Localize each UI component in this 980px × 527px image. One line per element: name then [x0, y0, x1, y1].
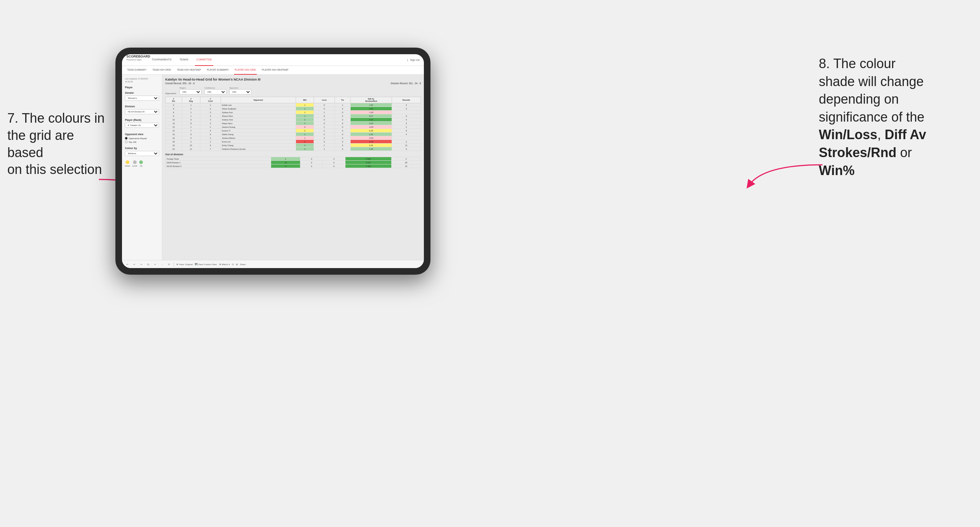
table-row: 311 Esther Lee 1 0 1 1.50 4 — [165, 103, 421, 107]
right-content: Katelyn Vo Head-to-Head Grid for Women's… — [162, 75, 424, 260]
sub-nav-team-h2h-heatmap[interactable]: TEAM H2H HEATMAP — [176, 66, 202, 75]
colour-by-label: Colour by — [125, 147, 159, 149]
opponent-select[interactable]: (All) — [229, 89, 251, 94]
table-row: 20117 Federica Domecq Lacroze 2 1 0 1.33… — [165, 147, 421, 151]
nav-right: | Sign out — [407, 59, 420, 61]
filters-row: Opponents: Region (All) Conference (All) — [165, 87, 421, 94]
table-row: 1311 Jessica Huang 0 1 0 -3.00 2 — [165, 125, 421, 129]
table-row: 1063 Andrea York 2 0 0 4.00 4 — [165, 118, 421, 122]
grid-button[interactable]: ⊡ — [146, 262, 151, 266]
redo-button[interactable]: ↪ — [139, 262, 143, 266]
sub-nav-player-summary[interactable]: PLAYER SUMMARY — [206, 66, 230, 75]
conference-select[interactable]: (All) — [204, 89, 226, 94]
legend-up-circle — [139, 160, 143, 164]
player-rank-label: Player (Rank) — [125, 119, 159, 121]
tablet-device: SCOREBOARD Powered by clippd TOURNAMENTS… — [115, 48, 431, 275]
legend-down-circle — [126, 160, 129, 164]
right-arrow-svg — [742, 161, 822, 190]
save-custom-view-button[interactable]: 💾 Save Custom View — [195, 263, 217, 265]
table-row: 522 Alexis Sudjianto 1 0 0 4.00 3 — [165, 107, 421, 111]
export-button[interactable]: ⊡ — [232, 263, 234, 265]
record-row: Overall Record: 353 - 34 - 6 Division Re… — [165, 82, 421, 84]
top100-radio-dot — [125, 141, 127, 143]
legend-level: Level — [132, 160, 137, 167]
col-diff: Diff AvStrokes/Rnd — [350, 97, 391, 103]
share-button[interactable]: Share — [240, 264, 246, 265]
col-win: Win — [296, 97, 314, 103]
table-row: 1585 Stella Cheng 1 0 0 1.25 4 — [165, 133, 421, 136]
table-row: 1822 Euna Lee 0 3 0 -5.00 2 — [165, 140, 421, 144]
cut-button[interactable]: ✂ — [153, 262, 158, 266]
watch-button[interactable]: 👁 Watch ▾ — [219, 263, 230, 265]
table-row: 1474 Eunice Yi 2 2 0 0.38 9 — [165, 129, 421, 133]
opponent-view-label: Opponent view — [125, 133, 159, 135]
table-row: 19106 Emily Chang 4 1 0 0.30 11 — [165, 144, 421, 147]
legend-down: Down — [125, 160, 130, 167]
share-grid-button[interactable]: ⊞ — [236, 263, 238, 265]
col-loss: Loss — [314, 97, 335, 103]
toolbar-divider — [173, 262, 174, 267]
nav-bar: SCOREBOARD Powered by clippd TOURNAMENTS… — [122, 54, 424, 66]
opponent-filter: Opponent (All) — [229, 87, 251, 94]
annotation-right: 8. The colour shade will change dependin… — [819, 55, 973, 179]
view-original-button[interactable]: 👁 View: Original — [176, 264, 193, 265]
col-conf: #Conf — [200, 97, 221, 103]
sub-nav-team-h2h-grid[interactable]: TEAM H2H GRID — [152, 66, 172, 75]
undo-button[interactable]: ↩ — [125, 262, 130, 266]
table-row: 1382 Heejo Hyun 1 0 0 3.33 3 — [165, 122, 421, 125]
colour-section: Colour by Win/loss — [125, 147, 159, 157]
nav-teams[interactable]: TEAMS — [178, 54, 190, 66]
bottom-toolbar: ↩ ↩ ↪ ⊡ ✂ ··· ⟳ 👁 View: Original 💾 Save … — [122, 260, 424, 268]
legend-up: Up — [139, 160, 143, 167]
gender-select[interactable]: Women's — [125, 95, 159, 101]
division-label: Division — [125, 105, 159, 108]
undo2-button[interactable]: ↩ — [132, 262, 137, 266]
nav-items: TOURNAMENTS TEAMS COMMITTEE — [150, 54, 407, 66]
refresh-button[interactable]: ⟳ — [167, 262, 172, 266]
table-row: NAIA Division 1 15 0 0 9.267 30 — [165, 161, 421, 164]
last-updated: Last Updated: 27/03/2024 16:55:38 — [125, 78, 159, 83]
opponent-view-section: Opponent view Opponents Played Top 100 — [125, 133, 159, 143]
legend-level-circle — [133, 160, 137, 164]
left-panel: Last Updated: 27/03/2024 16:55:38 Player… — [122, 75, 162, 260]
annotation-left: 7. The colours in the grid are based on … — [7, 110, 110, 178]
nav-committee[interactable]: COMMITTEE — [195, 54, 213, 66]
col-div: #Div — [165, 97, 182, 103]
colour-by-select[interactable]: Win/loss — [125, 151, 159, 156]
top100-radio[interactable]: Top 100 — [125, 141, 159, 143]
table-row: 613 Sydney Kuo 1 1 0 -1.00 — [165, 111, 421, 114]
player-rank-select[interactable]: 8. Katelyn Vo — [125, 123, 159, 128]
col-tie: Tie — [335, 97, 351, 103]
sign-out-link[interactable]: Sign out — [410, 59, 420, 61]
table-row: Foreign Team 1 0 0 4.500 2 — [165, 157, 421, 161]
out-of-division-table: Foreign Team 1 0 0 4.500 2 NAIA Division… — [165, 157, 421, 168]
table-row: NCAA Division 2 5 0 0 7.400 10 — [165, 164, 421, 168]
more-button[interactable]: ··· — [160, 263, 164, 266]
opponents-label: Opponents: — [165, 92, 177, 94]
conference-filter: Conference (All) — [204, 87, 226, 94]
sub-nav: TEAM SUMMARY TEAM H2H GRID TEAM H2H HEAT… — [122, 66, 424, 75]
col-rounds: Rounds — [391, 97, 421, 103]
sub-nav-player-h2h-grid[interactable]: PLAYER H2H GRID — [234, 66, 257, 75]
col-reg: #Reg — [182, 97, 200, 103]
grid-title: Katelyn Vo Head-to-Head Grid for Women's… — [165, 78, 421, 81]
sub-nav-team-summary[interactable]: TEAM SUMMARY — [126, 66, 147, 75]
opponents-played-radio-dot — [125, 137, 127, 140]
h2h-table: #Div #Reg #Conf Opponent Win Loss Tie Di… — [165, 97, 421, 151]
region-select[interactable]: (All) — [180, 89, 202, 94]
region-filter: Region (All) — [180, 87, 202, 94]
col-opponent: Opponent — [221, 97, 296, 103]
main-content: Last Updated: 27/03/2024 16:55:38 Player… — [122, 75, 424, 260]
gender-label: Gender — [125, 92, 159, 94]
table-row: 1631 Jessica Mason 1 2 0 -0.94 — [165, 136, 421, 140]
player-section-title: Player — [125, 86, 159, 89]
tablet-screen: SCOREBOARD Powered by clippd TOURNAMENTS… — [122, 54, 424, 268]
opponents-played-radio[interactable]: Opponents Played — [125, 137, 159, 140]
sub-nav-player-h2h-heatmap[interactable]: PLAYER H2H HEATMAP — [261, 66, 290, 75]
table-row: 914 Sharon Mun 1 0 0 3.67 3 — [165, 114, 421, 118]
out-of-division-label: Out of division — [165, 153, 421, 156]
nav-tournaments[interactable]: TOURNAMENTS — [150, 54, 173, 66]
legend-row: Down Level Up — [125, 160, 159, 167]
division-select[interactable]: NCAA Division III — [125, 109, 159, 114]
